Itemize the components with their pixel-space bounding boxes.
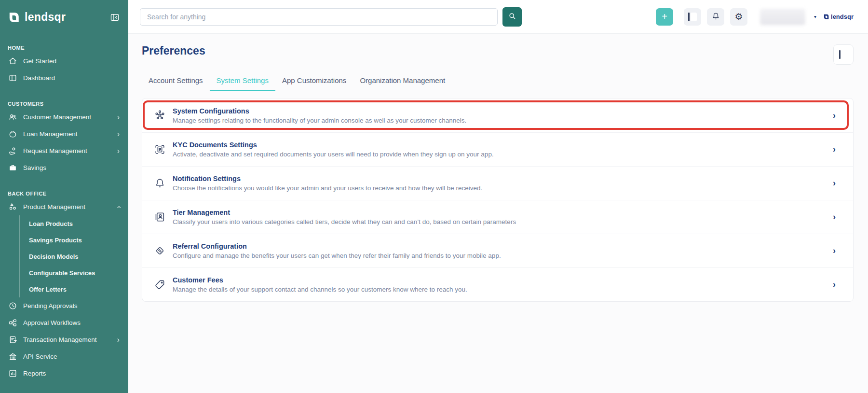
sidebar-item-transaction-management[interactable]: Transaction Management › xyxy=(0,331,128,348)
setting-description: Activate, deactivate and set required do… xyxy=(173,151,494,158)
home-icon xyxy=(8,56,17,66)
settings-button[interactable]: ⚙ xyxy=(730,8,747,26)
chevron-up-icon: › xyxy=(114,206,122,208)
setting-title: Customer Fees xyxy=(173,276,467,284)
sidebar-subitem-loan-products[interactable]: Loan Products xyxy=(20,215,128,232)
lendsqr-mini-logo-icon xyxy=(823,14,829,20)
sidebar-item-savings[interactable]: Savings xyxy=(0,159,128,176)
sidebar-section-back-office: BACK OFFICE xyxy=(0,191,128,196)
page-help-button[interactable]: ? xyxy=(833,44,854,65)
chevron-right-icon: › xyxy=(833,280,836,290)
search-input[interactable] xyxy=(140,8,498,26)
sidebar-subitem-savings-products[interactable]: Savings Products xyxy=(20,232,128,248)
sidebar-item-label: Transaction Management xyxy=(23,336,97,343)
add-button[interactable]: + xyxy=(656,8,673,26)
preferences-tabs: Account Settings System Settings App Cus… xyxy=(142,76,854,91)
setting-description: Configure and manage the benefits your u… xyxy=(173,252,501,259)
docs-book-icon: ? xyxy=(839,50,848,59)
briefcase-icon xyxy=(8,163,17,173)
org-logo: lendsqr xyxy=(823,13,854,20)
chevron-down-icon[interactable]: ▾ xyxy=(814,14,816,19)
sidebar-item-approval-workflows[interactable]: Approval Workflows xyxy=(0,314,128,331)
panel-collapse-icon xyxy=(110,13,120,22)
setting-row-customer-fees[interactable]: Customer Fees Manage the details of your… xyxy=(142,267,853,301)
search-icon xyxy=(508,12,516,22)
chevron-right-icon: › xyxy=(833,246,836,256)
notifications-button[interactable] xyxy=(707,8,724,26)
setting-title: Referral Configuration xyxy=(173,242,501,250)
setting-row-notification-settings[interactable]: Notification Settings Choose the notific… xyxy=(142,166,853,200)
chevron-right-icon: › xyxy=(833,111,836,121)
sidebar-item-product-management[interactable]: Product Management › xyxy=(0,198,128,215)
chevron-right-icon: › xyxy=(833,178,836,188)
sidebar-item-api-service[interactable]: API Service xyxy=(0,348,128,365)
setting-row-tier-management[interactable]: Tier Management Classify your users into… xyxy=(142,200,853,234)
hand-coin-icon xyxy=(8,146,17,156)
bell-icon xyxy=(711,12,720,22)
tab-organization-management[interactable]: Organization Management xyxy=(353,76,452,91)
sidebar-item-pending-approvals[interactable]: Pending Approvals xyxy=(0,297,128,314)
bell-icon xyxy=(154,177,166,190)
chevron-right-icon: › xyxy=(117,130,120,138)
sidebar-item-label: Product Management xyxy=(23,203,85,211)
setting-title: Notification Settings xyxy=(173,175,482,182)
sidebar-subitem-configurable-services[interactable]: Configurable Services xyxy=(20,265,128,281)
sidebar-item-loan-management[interactable]: Loan Management › xyxy=(0,126,128,142)
sidebar-item-request-management[interactable]: Request Management › xyxy=(0,142,128,159)
users-icon xyxy=(8,112,17,122)
product-management-subnav: Loan Products Savings Products Decision … xyxy=(19,215,128,297)
transaction-icon xyxy=(8,335,17,345)
gear-icon: ⚙ xyxy=(734,12,743,21)
sidebar-item-label: Get Started xyxy=(23,57,56,65)
chevron-right-icon: › xyxy=(117,147,120,155)
sidebar-item-label: Savings xyxy=(23,164,46,171)
bar-chart-icon xyxy=(8,369,17,379)
setting-title: Tier Management xyxy=(173,209,516,216)
sidebar-item-label: Loan Management xyxy=(23,130,78,138)
page-title: Preferences xyxy=(142,44,205,57)
dashboard-icon xyxy=(8,73,17,83)
setting-description: Manage the details of your support conta… xyxy=(173,286,467,293)
shapes-icon xyxy=(8,202,17,212)
sidebar-item-customer-management[interactable]: Customer Management › xyxy=(0,109,128,126)
kyc-scan-icon xyxy=(154,143,166,156)
sidebar-collapse-button[interactable] xyxy=(110,13,120,22)
sidebar-section-customers: CUSTOMERS xyxy=(0,101,128,107)
setting-row-kyc-documents[interactable]: KYC Documents Settings Activate, deactiv… xyxy=(142,132,853,166)
setting-description: Classify your users into various categor… xyxy=(173,218,516,225)
sidebar-item-dashboard[interactable]: Dashboard xyxy=(0,70,128,86)
setting-description: Choose the notifications you would like … xyxy=(173,184,482,192)
sidebar-logo-row: lendsqr xyxy=(0,0,128,24)
topbar-actions: + ? ⚙ ▾ lendsqr xyxy=(656,8,868,26)
tab-app-customizations[interactable]: App Customizations xyxy=(275,76,353,91)
sidebar-subitem-offer-letters[interactable]: Offer Letters xyxy=(20,281,128,297)
sidebar-item-label: Pending Approvals xyxy=(23,302,78,309)
docs-button[interactable]: ? xyxy=(684,8,701,26)
sidebar-item-label: API Service xyxy=(23,353,57,360)
sidebar: lendsqr HOME Get Started Dashboard CUSTO… xyxy=(0,0,128,393)
referral-icon xyxy=(154,245,166,257)
lendsqr-logo-icon xyxy=(8,11,20,24)
main-content: Preferences ? Account Settings System Se… xyxy=(128,34,868,393)
setting-title: System Configurations xyxy=(173,107,466,115)
workflow-icon xyxy=(8,318,17,328)
setting-title: KYC Documents Settings xyxy=(173,141,494,149)
chevron-right-icon: › xyxy=(117,113,120,121)
clock-icon xyxy=(8,301,17,311)
bank-icon xyxy=(8,352,17,362)
setting-row-referral-configuration[interactable]: Referral Configuration Configure and man… xyxy=(142,234,853,267)
sidebar-item-get-started[interactable]: Get Started xyxy=(0,53,128,70)
tab-system-settings[interactable]: System Settings xyxy=(210,76,275,91)
user-name-redacted[interactable] xyxy=(760,9,805,25)
tier-card-icon xyxy=(154,211,166,224)
sidebar-item-label: Request Management xyxy=(23,147,87,154)
tab-account-settings[interactable]: Account Settings xyxy=(142,76,210,91)
org-logo-text: lendsqr xyxy=(831,13,854,20)
search-button[interactable] xyxy=(502,7,522,27)
setting-row-system-configurations[interactable]: System Configurations Manage settings re… xyxy=(142,98,853,132)
sidebar-item-label: Approval Workflows xyxy=(23,319,81,326)
hub-icon xyxy=(154,109,166,122)
sidebar-subitem-decision-models[interactable]: Decision Models xyxy=(20,248,128,265)
sidebar-item-reports[interactable]: Reports xyxy=(0,365,128,382)
chevron-right-icon: › xyxy=(833,144,836,154)
